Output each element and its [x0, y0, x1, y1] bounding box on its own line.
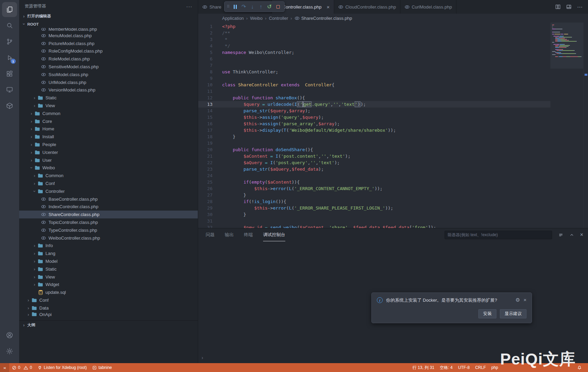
code-line-7[interactable]: 7 — [198, 62, 550, 69]
more-actions-icon[interactable]: ⋯ — [577, 4, 583, 10]
activity-source-control-icon[interactable] — [2, 34, 17, 49]
tree-item-Lang[interactable]: ›Lang — [19, 249, 198, 257]
tree-item-View[interactable]: ›View — [19, 273, 198, 281]
code-line-26[interactable]: 26 $this->error(L('_ERROR_CONTENT_CANNOT… — [198, 185, 550, 192]
tree-item-Install[interactable]: ›Install — [19, 133, 198, 141]
tree-item-ShareController.class.php[interactable]: ShareController.class.php — [19, 211, 198, 218]
tabnine-status[interactable]: tabnine — [90, 363, 114, 372]
filter-lines-icon[interactable] — [558, 232, 563, 238]
tree-item-IndexController.class.php[interactable]: IndexController.class.php — [19, 203, 198, 211]
tree-item-Conf[interactable]: ›Conf — [19, 180, 198, 187]
tree-item-People[interactable]: ›People — [19, 141, 198, 148]
tree-item-Common[interactable]: ›Common — [19, 172, 198, 180]
encoding[interactable]: UTF-8 — [455, 365, 473, 370]
tree-item-PictureModel.class.php[interactable]: PictureModel.class.php — [19, 40, 198, 47]
language-mode[interactable]: php — [489, 365, 501, 370]
breadcrumb-item[interactable]: Weibo — [250, 16, 263, 21]
pause-icon[interactable] — [231, 3, 239, 11]
code-line-18[interactable]: 18 } — [198, 133, 550, 140]
code-line-2[interactable]: 2/** — [198, 30, 550, 36]
tree-item-OnApi[interactable]: ›OnApi — [19, 312, 198, 317]
breadcrumb-item[interactable]: ShareController.class.php — [295, 16, 352, 21]
tree-item-MenuModel.class.php[interactable]: MenuModel.class.php — [19, 32, 198, 40]
step-over-icon[interactable]: ↷ — [240, 3, 248, 11]
code-line-20[interactable]: 20 public function doSendShare(){ — [198, 146, 550, 153]
code-line-6[interactable]: 6 — [198, 56, 550, 62]
section-open-editors[interactable]: › 打开的编辑器 — [19, 12, 198, 20]
activity-search-icon[interactable] — [2, 18, 17, 33]
remote-indicator[interactable]: ›‹ — [0, 363, 9, 372]
tree-item-MemberModel.class.php[interactable]: MemberModel.class.php — [19, 28, 198, 32]
code-line-29[interactable]: 29 $this->error(L('_ERROR_SHARE_PLEASE_F… — [198, 205, 550, 211]
code-line-11[interactable]: 11 — [198, 88, 550, 95]
tree-item-TypeController.class.php[interactable]: TypeController.class.php — [19, 226, 198, 234]
code-line-9[interactable]: 9 — [198, 75, 550, 82]
code-line-12[interactable]: 12 public function shareBox(){ — [198, 95, 550, 101]
code-line-17[interactable]: 17 $this->display(T('Weibo@default/Widge… — [198, 127, 550, 133]
code-line-16[interactable]: 16 $this->assign('parse_array',$array); — [198, 120, 550, 127]
stop-icon[interactable] — [274, 3, 282, 11]
problems-status[interactable]: 0 0 — [9, 363, 35, 372]
code-line-24[interactable]: 24 — [198, 172, 550, 179]
indentation[interactable]: 空格: 4 — [437, 365, 455, 371]
panel-tab-调试控制台[interactable]: 调试控制台 — [263, 228, 285, 241]
tree-item-Core[interactable]: ›Core — [19, 117, 198, 125]
more-actions-icon[interactable]: ··· — [186, 3, 192, 9]
code-line-8[interactable]: 8use Think\Controller; — [198, 69, 550, 75]
code-line-1[interactable]: 1<?php — [198, 23, 550, 30]
code-line-25[interactable]: 25 if(empty($aContent)){ — [198, 179, 550, 185]
panel-tab-终端[interactable]: 终端 — [244, 228, 253, 241]
notifications-bell[interactable] — [574, 365, 585, 370]
tree-item-Common[interactable]: ›Common — [19, 110, 198, 117]
minimap[interactable] — [550, 23, 583, 228]
tree-item-update.sql[interactable]: update.sql — [19, 288, 198, 296]
breadcrumb-item[interactable]: Application — [222, 16, 244, 21]
section-outline[interactable]: › 大纲 — [19, 320, 198, 329]
code-line-30[interactable]: 30 } — [198, 211, 550, 218]
eol-sequence[interactable]: CRLF — [473, 365, 489, 370]
code-area[interactable]: 1<?php2/**3 *4 */5namespace Weibo\Contro… — [198, 23, 550, 228]
show-recommendations-button[interactable]: 显示建议 — [500, 309, 527, 318]
code-line-3[interactable]: 3 * — [198, 36, 550, 43]
tree-item-Conf[interactable]: ›Conf — [19, 296, 198, 304]
code-line-31[interactable]: 31 — [198, 218, 550, 224]
editor-tab-CloudController.class.php[interactable]: CloudController.class.php — [334, 0, 400, 14]
tree-item-BaseController.class.php[interactable]: BaseController.class.php — [19, 195, 198, 203]
tree-item-View[interactable]: ›View — [19, 102, 198, 110]
tree-item-Home[interactable]: ›Home — [19, 125, 198, 133]
tree-item-RoleConfigModel.class.php[interactable]: RoleConfigModel.class.php — [19, 47, 198, 55]
tree-item-Info[interactable]: ›Info — [19, 242, 198, 250]
activity-remote-explorer-icon[interactable] — [2, 82, 17, 97]
cursor-position[interactable]: 行 13, 列 31 — [410, 365, 437, 371]
code-line-5[interactable]: 5namespace Weibo\Controller; — [198, 49, 550, 56]
tree-item-Widget[interactable]: ›Widget — [19, 281, 198, 289]
tree-item-SsoModel.class.php[interactable]: SsoModel.class.php — [19, 71, 198, 78]
close-panel-icon[interactable]: × — [580, 232, 583, 238]
tree-item-VersionModel.class.php[interactable]: VersionModel.class.php — [19, 86, 198, 94]
activity-explorer-icon[interactable] — [2, 2, 17, 17]
tree-item-Model[interactable]: ›Model — [19, 257, 198, 265]
activity-manage-icon[interactable] — [2, 344, 17, 359]
maximize-panel-icon[interactable] — [569, 232, 574, 238]
restart-icon[interactable]: ↺ — [265, 3, 273, 11]
code-line-14[interactable]: 14 parse_str($query,$array); — [198, 108, 550, 114]
step-out-icon[interactable]: ↑ — [257, 3, 265, 11]
activity-run-debug-icon[interactable]: 1 — [2, 50, 17, 65]
customize-layout-icon[interactable] — [566, 4, 572, 10]
code-line-22[interactable]: 22 $aQuery = I('post.query','','text'); — [198, 159, 550, 166]
tree-item-Controller[interactable]: ›Controller — [19, 187, 198, 195]
code-line-21[interactable]: 21 $aContent = I('post.content','','text… — [198, 153, 550, 159]
debug-filter-input[interactable] — [445, 231, 552, 239]
tree-item-TopicController.class.php[interactable]: TopicController.class.php — [19, 218, 198, 226]
editor-tab-CurlModel.class.php[interactable]: CurlModel.class.php — [400, 0, 456, 14]
tree-item-Static[interactable]: ›Static — [19, 265, 198, 273]
tree-item-User[interactable]: ›User — [19, 156, 198, 164]
tree-item-Static[interactable]: ›Static — [19, 94, 198, 102]
notification-settings-icon[interactable]: ⚙ — [516, 297, 520, 302]
panel-tab-问题[interactable]: 问题 — [206, 228, 215, 241]
close-icon[interactable]: × — [523, 297, 527, 302]
tree-item-Ucenter[interactable]: ›Ucenter — [19, 148, 198, 156]
activity-accounts-icon[interactable] — [2, 328, 17, 343]
panel-tab-输出[interactable]: 输出 — [225, 228, 234, 241]
activity-extensions-icon[interactable] — [2, 66, 17, 81]
